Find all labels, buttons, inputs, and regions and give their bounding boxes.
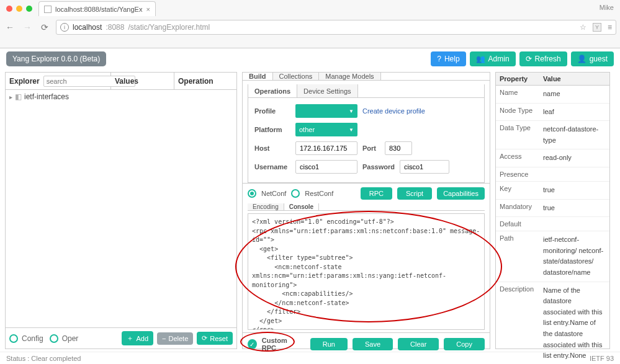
profile-label: Profile	[254, 107, 290, 115]
y-extension-icon[interactable]: Y	[593, 23, 601, 32]
explorer-panel: Explorer Values Operation ▸ ◧ ietf-inter…	[5, 72, 237, 349]
url-host: localhost	[73, 23, 102, 32]
restconf-radio[interactable]	[291, 189, 300, 198]
values-header: Values	[111, 73, 174, 89]
tab-collections[interactable]: Collections	[273, 73, 320, 80]
property-row: Data Typenetconf-datastore-type	[496, 121, 609, 149]
minimize-icon[interactable]	[16, 6, 22, 12]
console-output[interactable]: <?xml version="1.0" encoding="utf-8"?> <…	[248, 213, 485, 330]
tree-item[interactable]: ▸ ◧ ietf-interfaces	[9, 92, 233, 101]
prop-value: ietf-netconf-monitoring/ netconf-state/d…	[539, 231, 609, 282]
refresh-button[interactable]: ⟳Refresh	[519, 51, 567, 66]
prop-value: leaf	[539, 103, 609, 121]
tab-strip: localhost:8088/static/YangEx × Mike	[0, 0, 620, 17]
capabilities-button[interactable]: Capabilities	[437, 187, 485, 200]
tab-build[interactable]: Build	[243, 73, 273, 80]
property-row: Pathietf-netconf-monitoring/ netconf-sta…	[496, 231, 609, 282]
property-row: Mandatorytrue	[496, 199, 609, 217]
platform-label: Platform	[254, 126, 290, 133]
main: Explorer Values Operation ▸ ◧ ietf-inter…	[0, 69, 620, 352]
console-tab[interactable]: Console	[284, 203, 319, 210]
operation-header: Operation	[174, 73, 236, 89]
password-input[interactable]	[400, 160, 449, 174]
help-icon: ?	[437, 55, 441, 63]
menu-icon[interactable]: ≡	[608, 23, 612, 32]
prop-value: Name of the datastore associated with th…	[539, 282, 609, 364]
copy-button[interactable]: Copy	[444, 338, 485, 350]
users-icon: 👥	[476, 55, 485, 63]
window-controls	[6, 6, 32, 12]
script-button[interactable]: Script	[397, 187, 432, 200]
tab-title: localhost:8088/static/YangEx	[55, 6, 142, 13]
site-info-icon[interactable]: i	[60, 23, 69, 32]
prop-value	[539, 217, 609, 231]
prop-key: Presence	[496, 167, 539, 181]
prop-key: Path	[496, 231, 539, 282]
reload-icon[interactable]: ⟳	[38, 22, 51, 32]
delete-button[interactable]: − Delete	[157, 332, 193, 345]
prop-key: Access	[496, 149, 539, 167]
expand-icon[interactable]: ▸	[9, 94, 12, 100]
property-row: Presence	[496, 167, 609, 181]
encoding-tab[interactable]: Encoding	[248, 203, 284, 210]
maximize-icon[interactable]	[26, 6, 32, 12]
config-radio[interactable]	[9, 334, 18, 343]
bookmark-icon[interactable]	[580, 23, 586, 32]
help-button[interactable]: ?Help	[431, 51, 465, 66]
property-row: Node Typeleaf	[496, 103, 609, 121]
username-input[interactable]	[295, 160, 357, 174]
property-row: Namename	[496, 86, 609, 104]
custom-rpc-check[interactable]: ✓	[248, 339, 257, 349]
module-icon: ◧	[15, 92, 22, 101]
save-button[interactable]: Save	[353, 338, 393, 350]
explorer-footer: Config Oper ＋ Add − Delete ⟳ Reset	[6, 327, 236, 348]
property-row: DescriptionName of the datastore associa…	[496, 282, 609, 364]
center-tabs: Build Collections Manage Models	[243, 73, 490, 81]
prop-key: Key	[496, 181, 539, 199]
config-label: Config	[22, 334, 43, 343]
create-profile-link[interactable]: Create device profile	[362, 107, 425, 115]
browser-tab[interactable]: localhost:8088/static/YangEx ×	[38, 1, 156, 16]
tab-close-icon[interactable]: ×	[146, 6, 150, 13]
console-footer: ✓ Custom RPC Run Save Clear Copy	[243, 332, 490, 355]
prop-value: true	[539, 181, 609, 199]
subtab-operations[interactable]: Operations	[248, 84, 297, 97]
platform-select[interactable]: other▼	[295, 123, 357, 136]
protocol-row: NetConf RestConf RPC Script Capabilities	[243, 183, 490, 203]
tab-manage[interactable]: Manage Models	[319, 73, 380, 80]
guest-button[interactable]: 👤guest	[571, 51, 614, 66]
status-text: Status : Clear completed	[6, 355, 81, 362]
host-label: Host	[254, 144, 290, 152]
close-icon[interactable]	[6, 6, 12, 12]
value-header: Value	[539, 73, 609, 86]
prop-value	[539, 167, 609, 181]
host-input[interactable]	[295, 141, 357, 155]
refresh-icon: ⟳	[526, 55, 532, 63]
prop-key: Default	[496, 217, 539, 231]
run-button[interactable]: Run	[310, 338, 348, 350]
restconf-label: RestConf	[305, 190, 333, 197]
prop-value: read-only	[539, 149, 609, 167]
subtab-device[interactable]: Device Settings	[297, 84, 357, 97]
reset-button[interactable]: ⟳ Reset	[197, 332, 233, 345]
back-icon[interactable]: ←	[4, 22, 16, 32]
app-title: Yang Explorer 0.6.0 (Beta)	[6, 51, 106, 66]
forward-icon[interactable]: →	[21, 22, 34, 32]
port-label: Port	[362, 144, 380, 152]
status-right: IETF 93	[590, 355, 614, 362]
property-table: Property Value NamenameNode TypeleafData…	[496, 73, 609, 364]
explorer-label: Explorer	[9, 77, 40, 86]
tree-item-label: ietf-interfaces	[24, 92, 69, 101]
oper-radio[interactable]	[50, 334, 58, 343]
prop-value: true	[539, 199, 609, 217]
netconf-radio[interactable]	[248, 189, 256, 198]
port-input[interactable]	[385, 141, 412, 155]
browser-user: Mike	[600, 4, 614, 11]
page-icon	[44, 6, 52, 13]
add-button[interactable]: ＋ Add	[122, 331, 153, 345]
profile-select[interactable]: ▼	[295, 104, 357, 118]
rpc-button[interactable]: RPC	[361, 187, 392, 200]
admin-button[interactable]: 👥Admin	[470, 51, 516, 66]
clear-button[interactable]: Clear	[398, 338, 439, 350]
address-bar[interactable]: i localhost:8088/static/YangExplorer.htm…	[56, 20, 616, 35]
